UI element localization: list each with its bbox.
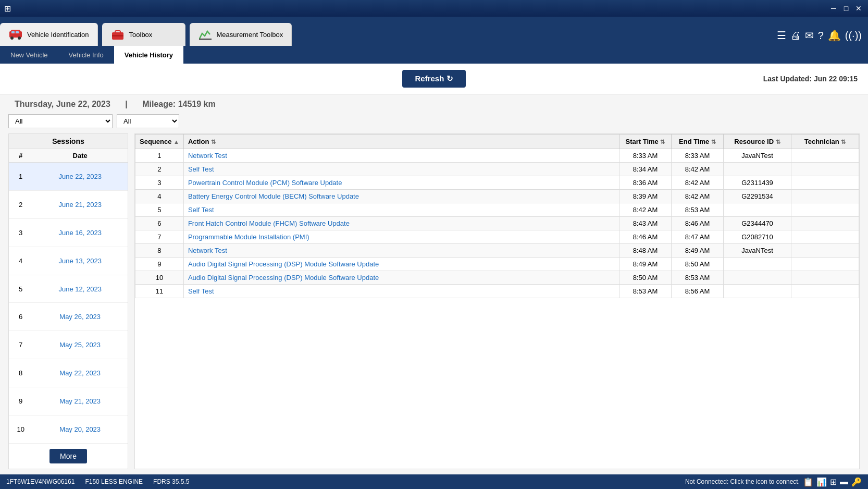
tab-toolbox[interactable]: Toolbox [102,23,185,46]
action-link[interactable]: Self Test [188,206,214,214]
filter-select-2[interactable]: All [117,114,179,128]
session-date-cell[interactable]: May 26, 2023 [32,303,128,331]
col-sequence[interactable]: Sequence ▲ [135,135,184,149]
cell-technician [791,271,859,285]
status-vin: 1FT6W1EV4NWG06161 [6,478,75,485]
svg-point-2 [10,36,14,40]
cell-start-time: 8:48 AM [619,244,672,258]
session-date-cell[interactable]: June 13, 2023 [32,247,128,275]
cell-end-time: 8:42 AM [672,190,724,203]
data-table-wrapper[interactable]: Sequence ▲ Action ⇅ Start Time ⇅ End Tim… [135,134,859,469]
menu-icon[interactable]: ☰ [777,29,786,42]
cell-action[interactable]: Self Test [183,163,619,176]
print-icon[interactable]: 🖨 [790,30,801,42]
session-row[interactable]: 1 June 22, 2023 [9,163,128,191]
status-bar: 1FT6W1EV4NWG06161 F150 LESS ENGINE FDRS … [0,474,868,489]
session-row[interactable]: 6 May 26, 2023 [9,303,128,331]
action-link[interactable]: Powertrain Control Module (PCM) Software… [188,179,342,187]
mail-icon[interactable]: ✉ [805,29,814,42]
session-date-cell[interactable]: May 22, 2023 [32,359,128,387]
session-row[interactable]: 4 June 13, 2023 [9,247,128,275]
cell-action[interactable]: Programmable Module Installation (PMI) [183,230,619,244]
session-date: Thursday, June 22, 2023 [15,100,110,108]
sessions-table: # Date 1 June 22, 2023 2 June 21, 2023 3… [9,149,128,444]
minimize-button[interactable]: ─ [828,3,839,14]
signal-icon[interactable]: ((·)) [845,30,862,42]
cell-technician [791,176,859,190]
table-row: 3 Powertrain Control Module (PCM) Softwa… [135,176,859,190]
status-app-version: FDRS 35.5.5 [153,478,189,485]
action-link[interactable]: Battery Energy Control Module (BECM) Sof… [188,192,359,200]
close-button[interactable]: ✕ [853,3,864,14]
nav-tab-vehicle-info[interactable]: Vehicle Info [58,46,114,64]
tab-vehicle-identification-label: Vehicle Identification [27,31,89,39]
session-date-cell[interactable]: May 25, 2023 [32,331,128,359]
cell-resource-id [724,163,791,176]
status-icon-3[interactable]: ⊞ [830,477,837,487]
cell-action[interactable]: Network Test [183,149,619,163]
measurement-tab-icon [198,27,213,42]
session-row[interactable]: 3 June 16, 2023 [9,218,128,247]
refresh-button-label: Refresh ↻ [415,74,453,83]
col-end-time[interactable]: End Time ⇅ [672,135,724,149]
session-date-cell[interactable]: May 21, 2023 [32,387,128,415]
status-icon-4[interactable]: ▬ [840,477,848,486]
status-bar-right: Not Connected: Click the icon to connect… [685,477,862,487]
action-link[interactable]: Programmable Module Installation (PMI) [188,233,309,241]
session-row[interactable]: 7 May 25, 2023 [9,331,128,359]
action-link[interactable]: Network Test [188,247,227,254]
maximize-button[interactable]: □ [841,3,851,14]
action-link[interactable]: Self Test [188,165,214,173]
more-button[interactable]: More [49,449,87,463]
cell-action[interactable]: Battery Energy Control Module (BECM) Sof… [183,190,619,203]
nav-tab-new-vehicle[interactable]: New Vehicle [0,46,58,64]
nav-tab-vehicle-history[interactable]: Vehicle History [114,46,183,64]
action-link[interactable]: Audio Digital Signal Processing (DSP) Mo… [188,260,379,268]
svg-rect-5 [16,31,19,33]
session-row[interactable]: 10 May 20, 2023 [9,415,128,444]
sessions-panel: Sessions # Date 1 June 22, 2023 2 June 2… [8,133,128,469]
col-resource-id[interactable]: Resource ID ⇅ [724,135,791,149]
action-link[interactable]: Self Test [188,287,214,295]
refresh-button[interactable]: Refresh ↻ [402,70,465,88]
action-link[interactable]: Audio Digital Signal Processing (DSP) Mo… [188,274,379,282]
session-row[interactable]: 8 May 22, 2023 [9,359,128,387]
session-row[interactable]: 2 June 21, 2023 [9,190,128,218]
cell-resource-id: JavaNTest [724,244,791,258]
help-icon[interactable]: ? [818,30,824,42]
table-row: 2 Self Test 8:34 AM 8:42 AM [135,163,859,176]
col-technician[interactable]: Technician ⇅ [791,135,859,149]
table-row: 1 Network Test 8:33 AM 8:33 AM JavaNTest [135,149,859,163]
session-date-cell[interactable]: June 22, 2023 [32,163,128,191]
bell-icon[interactable]: 🔔 [828,29,841,42]
status-icon-1[interactable]: 📋 [803,477,813,487]
filter-select-1[interactable]: All [8,114,113,128]
status-bar-left: 1FT6W1EV4NWG06161 F150 LESS ENGINE FDRS … [6,478,189,485]
status-icon-5[interactable]: 🔑 [851,477,862,487]
tab-vehicle-identification[interactable]: Vehicle Identification [0,23,98,46]
session-row[interactable]: 9 May 21, 2023 [9,387,128,415]
session-date-cell[interactable]: June 12, 2023 [32,275,128,303]
session-row[interactable]: 5 June 12, 2023 [9,275,128,303]
tab-measurement-toolbox[interactable]: Measurement Toolbox [190,23,292,46]
cell-end-time: 8:53 AM [672,203,724,217]
session-num: 3 [9,218,32,247]
table-row: 8 Network Test 8:48 AM 8:49 AM JavaNTest [135,244,859,258]
cell-action[interactable]: Self Test [183,203,619,217]
cell-action[interactable]: Powertrain Control Module (PCM) Software… [183,176,619,190]
cell-action[interactable]: Audio Digital Signal Processing (DSP) Mo… [183,258,619,271]
session-date-cell[interactable]: June 21, 2023 [32,190,128,218]
action-link[interactable]: Network Test [188,152,227,160]
data-panel: Sequence ▲ Action ⇅ Start Time ⇅ End Tim… [134,133,860,469]
session-date-cell[interactable]: June 16, 2023 [32,218,128,247]
cell-action[interactable]: Network Test [183,244,619,258]
session-date-cell[interactable]: May 20, 2023 [32,415,128,444]
col-action[interactable]: Action ⇅ [183,135,619,149]
cell-action[interactable]: Self Test [183,285,619,298]
action-link[interactable]: Front Hatch Control Module (FHCM) Softwa… [188,219,350,227]
col-start-time[interactable]: Start Time ⇅ [619,135,672,149]
cell-action[interactable]: Audio Digital Signal Processing (DSP) Mo… [183,271,619,285]
table-row: 7 Programmable Module Installation (PMI)… [135,230,859,244]
cell-action[interactable]: Front Hatch Control Module (FHCM) Softwa… [183,217,619,230]
status-icon-2[interactable]: 📊 [816,477,827,487]
